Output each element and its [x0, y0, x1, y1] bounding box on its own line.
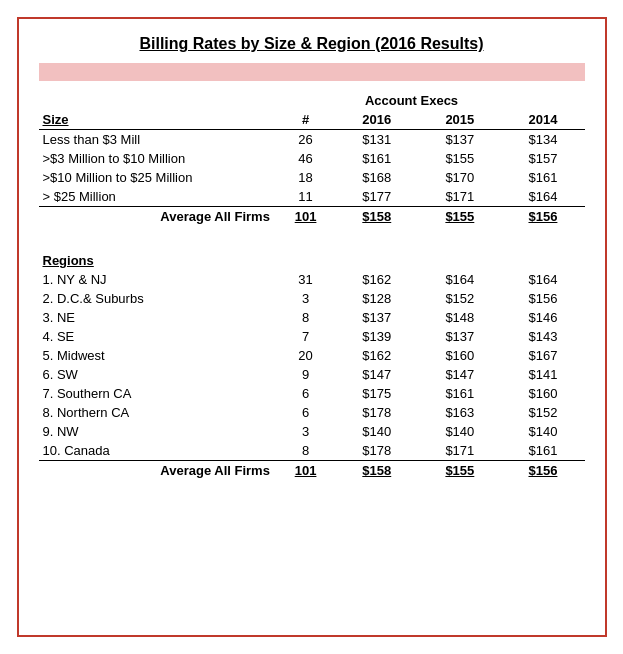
table-row: 4. SE 7 $139 $137 $143	[39, 327, 585, 346]
row-n: 26	[276, 130, 335, 150]
row-2014: $161	[501, 168, 584, 187]
row-label: > $25 Million	[39, 187, 276, 207]
table-row: > $25 Million 11 $177 $171 $164	[39, 187, 585, 207]
row-2015: $164	[418, 270, 501, 289]
table-row: 10. Canada 8 $178 $171 $161	[39, 441, 585, 461]
row-2016: $168	[335, 168, 418, 187]
row-2016: $128	[335, 289, 418, 308]
row-2014: $140	[501, 422, 584, 441]
row-2015: $137	[418, 327, 501, 346]
y2015-header: 2015	[418, 110, 501, 130]
y2014-header: 2014	[501, 110, 584, 130]
avg-label: Average All Firms	[39, 461, 276, 481]
row-2015: $170	[418, 168, 501, 187]
avg-2014: $156	[501, 461, 584, 481]
row-n: 8	[276, 441, 335, 461]
row-2014: $167	[501, 346, 584, 365]
row-n: 3	[276, 289, 335, 308]
table-row: 9. NW 3 $140 $140 $140	[39, 422, 585, 441]
table-row: >$10 Million to $25 Million 18 $168 $170…	[39, 168, 585, 187]
row-2015: $161	[418, 384, 501, 403]
row-2015: $160	[418, 346, 501, 365]
page-title: Billing Rates by Size & Region (2016 Res…	[39, 35, 585, 53]
row-n: 8	[276, 308, 335, 327]
table-row: 3. NE 8 $137 $148 $146	[39, 308, 585, 327]
row-2015: $147	[418, 365, 501, 384]
avg-2015: $155	[418, 461, 501, 481]
row-2015: $171	[418, 187, 501, 207]
row-label: >$3 Million to $10 Million	[39, 149, 276, 168]
row-label: 4. SE	[39, 327, 276, 346]
row-2015: $163	[418, 403, 501, 422]
table-row: 1. NY & NJ 31 $162 $164 $164	[39, 270, 585, 289]
row-2014: $161	[501, 441, 584, 461]
row-2016: $131	[335, 130, 418, 150]
row-2016: $162	[335, 346, 418, 365]
row-2014: $134	[501, 130, 584, 150]
row-n: 46	[276, 149, 335, 168]
avg-n: 101	[276, 461, 335, 481]
row-2016: $161	[335, 149, 418, 168]
row-n: 20	[276, 346, 335, 365]
billing-rates-table: Size # 2016 2015 2014 Less than $3 Mill …	[39, 110, 585, 480]
row-2016: $162	[335, 270, 418, 289]
row-2014: $164	[501, 187, 584, 207]
decorative-bar	[39, 63, 585, 81]
table-row: 6. SW 9 $147 $147 $141	[39, 365, 585, 384]
row-label: 1. NY & NJ	[39, 270, 276, 289]
row-n: 11	[276, 187, 335, 207]
row-label: >$10 Million to $25 Million	[39, 168, 276, 187]
row-n: 31	[276, 270, 335, 289]
avg-label: Average All Firms	[39, 207, 276, 227]
row-2014: $146	[501, 308, 584, 327]
main-container: Billing Rates by Size & Region (2016 Res…	[17, 17, 607, 637]
row-label: 9. NW	[39, 422, 276, 441]
row-2016: $178	[335, 403, 418, 422]
table-row: >$3 Million to $10 Million 46 $161 $155 …	[39, 149, 585, 168]
row-2014: $141	[501, 365, 584, 384]
table-row: 8. Northern CA 6 $178 $163 $152	[39, 403, 585, 422]
avg-2015: $155	[418, 207, 501, 227]
row-2014: $143	[501, 327, 584, 346]
row-2016: $147	[335, 365, 418, 384]
row-label: 6. SW	[39, 365, 276, 384]
row-2016: $178	[335, 441, 418, 461]
row-label: 7. Southern CA	[39, 384, 276, 403]
size-header: Size	[39, 110, 276, 130]
hash-header: #	[276, 110, 335, 130]
row-2015: $137	[418, 130, 501, 150]
avg-2016: $158	[335, 207, 418, 227]
row-n: 9	[276, 365, 335, 384]
row-label: 2. D.C.& Suburbs	[39, 289, 276, 308]
row-label: 5. Midwest	[39, 346, 276, 365]
row-2016: $139	[335, 327, 418, 346]
row-2014: $157	[501, 149, 584, 168]
row-2015: $171	[418, 441, 501, 461]
row-2014: $152	[501, 403, 584, 422]
table-header: Size # 2016 2015 2014	[39, 110, 585, 130]
row-label: 8. Northern CA	[39, 403, 276, 422]
region-header: Regions	[39, 245, 276, 270]
row-2014: $160	[501, 384, 584, 403]
avg-2014: $156	[501, 207, 584, 227]
row-n: 7	[276, 327, 335, 346]
spacer-row	[39, 226, 585, 245]
row-2014: $156	[501, 289, 584, 308]
row-2015: $140	[418, 422, 501, 441]
row-n: 18	[276, 168, 335, 187]
row-2016: $175	[335, 384, 418, 403]
row-label: 10. Canada	[39, 441, 276, 461]
region-avg-row: Average All Firms 101 $158 $155 $156	[39, 461, 585, 481]
row-2015: $148	[418, 308, 501, 327]
row-2016: $137	[335, 308, 418, 327]
row-label: 3. NE	[39, 308, 276, 327]
row-label: Less than $3 Mill	[39, 130, 276, 150]
row-n: 6	[276, 403, 335, 422]
avg-n: 101	[276, 207, 335, 227]
table-row: 7. Southern CA 6 $175 $161 $160	[39, 384, 585, 403]
y2016-header: 2016	[335, 110, 418, 130]
avg-2016: $158	[335, 461, 418, 481]
row-2016: $177	[335, 187, 418, 207]
region-header-row: Regions	[39, 245, 585, 270]
section-header: Account Execs	[39, 93, 585, 108]
